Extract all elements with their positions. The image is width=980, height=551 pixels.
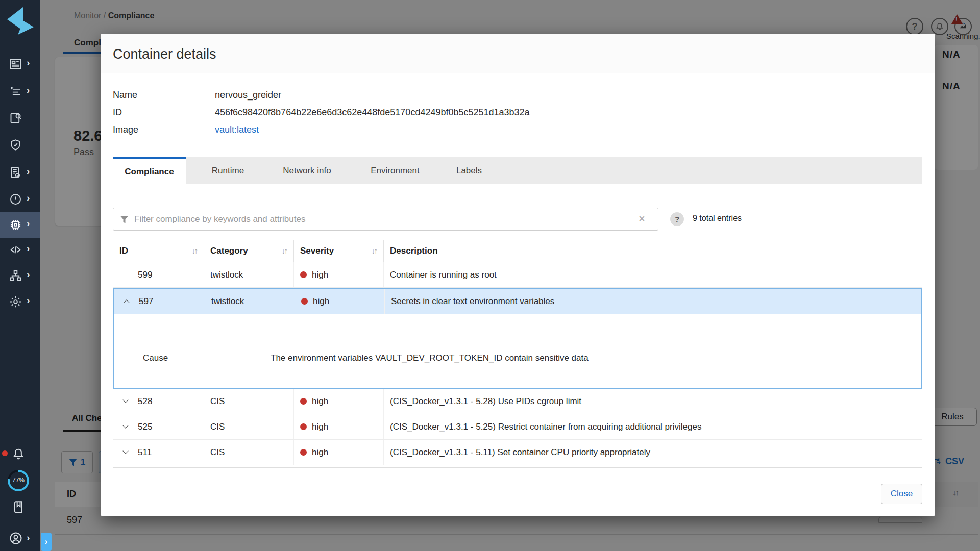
sidebar-item-reports[interactable]: › [0,162,40,184]
cause-detail-area: CauseThe environment variables VAULT_DEV… [114,314,921,388]
filterbar: × ? 9 total entries [113,208,922,231]
column-header-category[interactable]: Category↓↑ [204,240,294,262]
column-header-description[interactable]: Description [384,240,922,262]
cell-severity: high [295,289,385,314]
id-label: ID [113,104,122,121]
column-header-severity[interactable]: Severity↓↑ [294,240,384,262]
severity-dot-icon [300,449,307,456]
cell-id: 599 [113,262,204,287]
sidebar-item-incidents[interactable]: › [0,188,40,211]
filter-help-icon[interactable]: ? [670,212,684,226]
close-button[interactable]: Close [881,484,922,504]
cell-category: CIS [204,440,294,465]
name-label: Name [113,86,137,104]
funnel-icon [120,216,129,223]
table-row-599[interactable]: 599twistlockhighContainer is running as … [113,262,922,288]
user-profile-icon [9,531,23,545]
usage-percent: 77% [7,477,30,484]
cell-description: (CIS_Docker_v1.3.1 - 5.11) Set container… [384,440,922,465]
code-icon [9,243,22,257]
modal-header: Container details [101,34,935,73]
alert-circle-icon [9,192,22,206]
cell-id: 511 [113,440,204,465]
table-row-597[interactable]: 597twistlockhighSecrets in clear text en… [114,289,921,314]
sort-icon[interactable]: ↓↑ [371,240,376,262]
cell-category: twistlock [204,262,294,287]
table-row-528[interactable]: 528CIShigh(CIS_Docker_v1.3.1 - 5.28) Use… [113,389,922,414]
sort-icon[interactable]: ↓↑ [191,240,197,262]
cell-description: Container is running as root [384,262,922,287]
table-row-511[interactable]: 511CIShigh(CIS_Docker_v1.3.1 - 5.11) Set… [113,440,922,465]
cell-severity: high [294,414,384,439]
tab-environment[interactable]: Environment [352,157,438,184]
tab-network-info[interactable]: Network info [262,157,352,184]
sidebar-item-compliance[interactable] [0,134,40,157]
sidebar-expand-button[interactable]: › [41,533,52,551]
container-details-modal: Container details Name nervous_greider I… [101,34,935,516]
partial-row [113,465,922,468]
expand-caret-icon[interactable] [122,422,128,428]
cause-label: Cause [143,353,168,363]
modal-tabbar: Compliance Runtime Network info Environm… [113,157,922,184]
docs-book-icon[interactable] [11,500,26,515]
sidebar-item-network[interactable]: › [0,265,40,287]
expand-caret-icon[interactable] [122,448,128,454]
detail-row-id: ID 456f6c98420f8b764b22e6e6d3c62e448fde5… [101,104,935,121]
compliance-table: ID↓↑Category↓↑Severity↓↑Description599tw… [113,240,922,468]
dashboard-icon [9,57,22,71]
cell-description: (CIS_Docker_v1.3.1 - 5.28) Use PIDs cgro… [384,389,922,414]
sort-icon[interactable]: ↓↑ [281,240,286,262]
sidebar-item-monitor[interactable] [0,107,40,130]
sidebar-item-dashboard[interactable]: › [0,53,40,76]
sidebar-divider [0,440,40,440]
name-value: nervous_greider [215,86,281,104]
expand-caret-icon[interactable] [122,397,128,403]
compliance-filter-input[interactable] [113,208,658,231]
table-row-525[interactable]: 525CIShigh(CIS_Docker_v1.3.1 - 5.25) Res… [113,414,922,440]
cell-id: 525 [113,414,204,439]
chip-icon [9,218,22,232]
sidebar-item-profile[interactable]: › [0,527,40,549]
policy-list-icon [9,85,22,98]
sidebar-item-radars[interactable]: › [0,239,40,261]
cell-category: twistlock [205,289,295,314]
cell-category: CIS [204,414,294,439]
document-search-icon [9,111,22,125]
modal-title: Container details [113,46,216,62]
shield-check-icon [9,138,22,152]
resource-usage-ring[interactable]: 77% [7,469,30,492]
tab-runtime[interactable]: Runtime [193,157,262,184]
sidebar-item-defend[interactable]: › [0,81,40,103]
gear-icon [9,295,22,309]
cell-description: Secrets in clear text environment variab… [385,289,921,314]
severity-dot-icon [301,298,308,305]
tab-labels[interactable]: Labels [438,157,500,184]
screen: Monitor / Compliance Compl 82.6 Pass N/A… [0,0,980,551]
image-label: Image [113,121,138,138]
table-header-row: ID↓↑Category↓↑Severity↓↑Description [113,240,922,262]
detail-row-name: Name nervous_greider [101,86,935,104]
cell-description: (CIS_Docker_v1.3.1 - 5.25) Restrict cont… [384,414,922,439]
cell-category: CIS [204,389,294,414]
sidebar-item-settings[interactable]: › [0,291,40,313]
image-link[interactable]: vault:latest [215,121,259,138]
cause-text: The environment variables VAULT_DEV_ROOT… [271,353,589,363]
collapse-caret-icon[interactable] [124,299,129,305]
column-header-id[interactable]: ID↓↑ [113,240,204,262]
severity-dot-icon [300,423,307,430]
severity-dot-icon [300,398,307,405]
expanded-row-block: 597twistlockhighSecrets in clear text en… [113,288,922,389]
cell-id: 597 [114,289,205,314]
tab-compliance[interactable]: Compliance [113,157,186,184]
notification-dot [2,450,8,456]
report-check-icon [9,166,22,180]
cell-severity: high [294,440,384,465]
clear-filter-icon[interactable]: × [639,212,645,226]
bell-icon[interactable] [11,447,26,461]
cell-severity: high [294,262,384,287]
sidebar: › › › › [0,0,40,551]
network-hierarchy-icon [9,269,22,283]
sidebar-item-containers-active[interactable]: › [0,212,40,238]
prisma-logo-icon [2,4,38,38]
cell-severity: high [294,389,384,414]
